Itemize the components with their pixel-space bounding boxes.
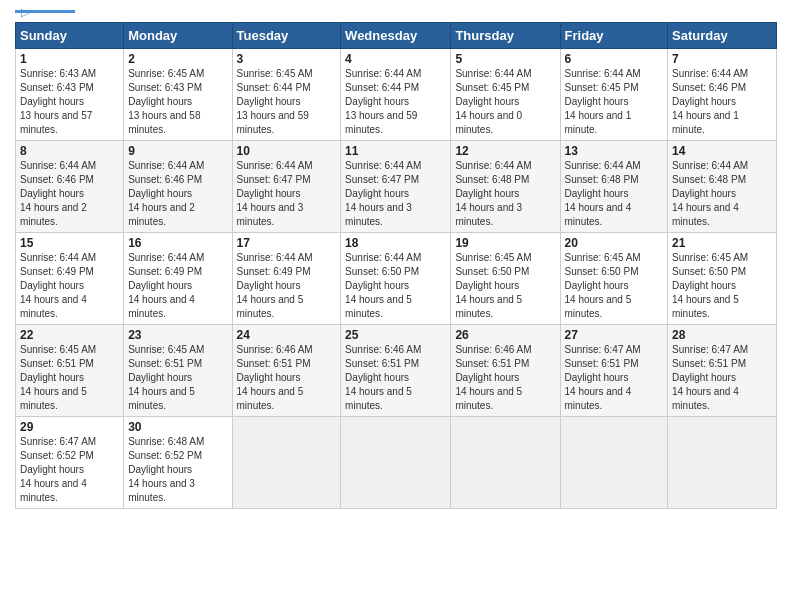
day-info: Sunrise: 6:48 AMSunset: 6:52 PMDaylight … — [128, 435, 227, 505]
week-row-4: 22Sunrise: 6:45 AMSunset: 6:51 PMDayligh… — [16, 325, 777, 417]
day-info: Sunrise: 6:44 AMSunset: 6:46 PMDaylight … — [672, 67, 772, 137]
day-info: Sunrise: 6:44 AMSunset: 6:46 PMDaylight … — [128, 159, 227, 229]
day-info: Sunrise: 6:44 AMSunset: 6:44 PMDaylight … — [345, 67, 446, 137]
day-cell — [451, 417, 560, 509]
day-number: 7 — [672, 52, 772, 66]
day-info: Sunrise: 6:44 AMSunset: 6:50 PMDaylight … — [345, 251, 446, 321]
day-info: Sunrise: 6:46 AMSunset: 6:51 PMDaylight … — [237, 343, 337, 413]
day-cell: 14Sunrise: 6:44 AMSunset: 6:48 PMDayligh… — [668, 141, 777, 233]
day-cell: 9Sunrise: 6:44 AMSunset: 6:46 PMDaylight… — [124, 141, 232, 233]
calendar: SundayMondayTuesdayWednesdayThursdayFrid… — [15, 22, 777, 509]
day-info: Sunrise: 6:47 AMSunset: 6:51 PMDaylight … — [565, 343, 664, 413]
day-cell: 18Sunrise: 6:44 AMSunset: 6:50 PMDayligh… — [341, 233, 451, 325]
header-monday: Monday — [124, 23, 232, 49]
day-number: 5 — [455, 52, 555, 66]
day-number: 11 — [345, 144, 446, 158]
day-info: Sunrise: 6:44 AMSunset: 6:46 PMDaylight … — [20, 159, 119, 229]
day-info: Sunrise: 6:44 AMSunset: 6:49 PMDaylight … — [237, 251, 337, 321]
day-number: 15 — [20, 236, 119, 250]
day-number: 23 — [128, 328, 227, 342]
day-cell: 6Sunrise: 6:44 AMSunset: 6:45 PMDaylight… — [560, 49, 668, 141]
day-cell — [668, 417, 777, 509]
day-info: Sunrise: 6:44 AMSunset: 6:45 PMDaylight … — [455, 67, 555, 137]
day-cell: 8Sunrise: 6:44 AMSunset: 6:46 PMDaylight… — [16, 141, 124, 233]
day-info: Sunrise: 6:44 AMSunset: 6:49 PMDaylight … — [20, 251, 119, 321]
header-row: SundayMondayTuesdayWednesdayThursdayFrid… — [16, 23, 777, 49]
day-number: 3 — [237, 52, 337, 66]
day-number: 21 — [672, 236, 772, 250]
day-info: Sunrise: 6:45 AMSunset: 6:51 PMDaylight … — [128, 343, 227, 413]
day-number: 4 — [345, 52, 446, 66]
header-tuesday: Tuesday — [232, 23, 341, 49]
day-number: 6 — [565, 52, 664, 66]
header: ▷ — [15, 10, 777, 14]
day-info: Sunrise: 6:44 AMSunset: 6:47 PMDaylight … — [345, 159, 446, 229]
day-number: 29 — [20, 420, 119, 434]
logo-bird-icon: ▷ — [21, 6, 29, 19]
day-cell: 2Sunrise: 6:45 AMSunset: 6:43 PMDaylight… — [124, 49, 232, 141]
day-number: 12 — [455, 144, 555, 158]
day-number: 2 — [128, 52, 227, 66]
header-wednesday: Wednesday — [341, 23, 451, 49]
day-number: 22 — [20, 328, 119, 342]
day-cell — [341, 417, 451, 509]
day-cell: 17Sunrise: 6:44 AMSunset: 6:49 PMDayligh… — [232, 233, 341, 325]
week-row-3: 15Sunrise: 6:44 AMSunset: 6:49 PMDayligh… — [16, 233, 777, 325]
day-cell: 4Sunrise: 6:44 AMSunset: 6:44 PMDaylight… — [341, 49, 451, 141]
day-cell: 7Sunrise: 6:44 AMSunset: 6:46 PMDaylight… — [668, 49, 777, 141]
day-cell: 10Sunrise: 6:44 AMSunset: 6:47 PMDayligh… — [232, 141, 341, 233]
week-row-2: 8Sunrise: 6:44 AMSunset: 6:46 PMDaylight… — [16, 141, 777, 233]
day-info: Sunrise: 6:44 AMSunset: 6:48 PMDaylight … — [565, 159, 664, 229]
page: ▷ SundayMondayTuesdayWednesdayThursdayFr… — [0, 0, 792, 612]
day-number: 20 — [565, 236, 664, 250]
day-number: 14 — [672, 144, 772, 158]
day-cell: 12Sunrise: 6:44 AMSunset: 6:48 PMDayligh… — [451, 141, 560, 233]
day-cell: 20Sunrise: 6:45 AMSunset: 6:50 PMDayligh… — [560, 233, 668, 325]
day-number: 27 — [565, 328, 664, 342]
header-thursday: Thursday — [451, 23, 560, 49]
day-cell: 3Sunrise: 6:45 AMSunset: 6:44 PMDaylight… — [232, 49, 341, 141]
day-number: 19 — [455, 236, 555, 250]
header-sunday: Sunday — [16, 23, 124, 49]
header-friday: Friday — [560, 23, 668, 49]
week-row-1: 1Sunrise: 6:43 AMSunset: 6:43 PMDaylight… — [16, 49, 777, 141]
day-info: Sunrise: 6:43 AMSunset: 6:43 PMDaylight … — [20, 67, 119, 137]
day-number: 25 — [345, 328, 446, 342]
day-info: Sunrise: 6:46 AMSunset: 6:51 PMDaylight … — [455, 343, 555, 413]
day-cell: 27Sunrise: 6:47 AMSunset: 6:51 PMDayligh… — [560, 325, 668, 417]
day-cell: 25Sunrise: 6:46 AMSunset: 6:51 PMDayligh… — [341, 325, 451, 417]
day-info: Sunrise: 6:47 AMSunset: 6:51 PMDaylight … — [672, 343, 772, 413]
day-number: 10 — [237, 144, 337, 158]
day-cell: 16Sunrise: 6:44 AMSunset: 6:49 PMDayligh… — [124, 233, 232, 325]
day-cell — [560, 417, 668, 509]
day-cell: 28Sunrise: 6:47 AMSunset: 6:51 PMDayligh… — [668, 325, 777, 417]
day-cell: 22Sunrise: 6:45 AMSunset: 6:51 PMDayligh… — [16, 325, 124, 417]
day-cell: 15Sunrise: 6:44 AMSunset: 6:49 PMDayligh… — [16, 233, 124, 325]
day-info: Sunrise: 6:45 AMSunset: 6:50 PMDaylight … — [565, 251, 664, 321]
day-info: Sunrise: 6:47 AMSunset: 6:52 PMDaylight … — [20, 435, 119, 505]
day-number: 18 — [345, 236, 446, 250]
day-cell: 19Sunrise: 6:45 AMSunset: 6:50 PMDayligh… — [451, 233, 560, 325]
day-info: Sunrise: 6:45 AMSunset: 6:43 PMDaylight … — [128, 67, 227, 137]
day-info: Sunrise: 6:45 AMSunset: 6:44 PMDaylight … — [237, 67, 337, 137]
day-cell: 5Sunrise: 6:44 AMSunset: 6:45 PMDaylight… — [451, 49, 560, 141]
week-row-5: 29Sunrise: 6:47 AMSunset: 6:52 PMDayligh… — [16, 417, 777, 509]
day-number: 28 — [672, 328, 772, 342]
day-number: 1 — [20, 52, 119, 66]
day-number: 26 — [455, 328, 555, 342]
day-number: 9 — [128, 144, 227, 158]
header-saturday: Saturday — [668, 23, 777, 49]
day-cell — [232, 417, 341, 509]
day-number: 30 — [128, 420, 227, 434]
day-cell: 21Sunrise: 6:45 AMSunset: 6:50 PMDayligh… — [668, 233, 777, 325]
day-number: 13 — [565, 144, 664, 158]
day-info: Sunrise: 6:45 AMSunset: 6:51 PMDaylight … — [20, 343, 119, 413]
day-cell: 30Sunrise: 6:48 AMSunset: 6:52 PMDayligh… — [124, 417, 232, 509]
day-cell: 24Sunrise: 6:46 AMSunset: 6:51 PMDayligh… — [232, 325, 341, 417]
day-cell: 23Sunrise: 6:45 AMSunset: 6:51 PMDayligh… — [124, 325, 232, 417]
day-info: Sunrise: 6:46 AMSunset: 6:51 PMDaylight … — [345, 343, 446, 413]
day-cell: 1Sunrise: 6:43 AMSunset: 6:43 PMDaylight… — [16, 49, 124, 141]
day-cell: 11Sunrise: 6:44 AMSunset: 6:47 PMDayligh… — [341, 141, 451, 233]
day-info: Sunrise: 6:44 AMSunset: 6:48 PMDaylight … — [672, 159, 772, 229]
logo: ▷ — [15, 10, 75, 14]
